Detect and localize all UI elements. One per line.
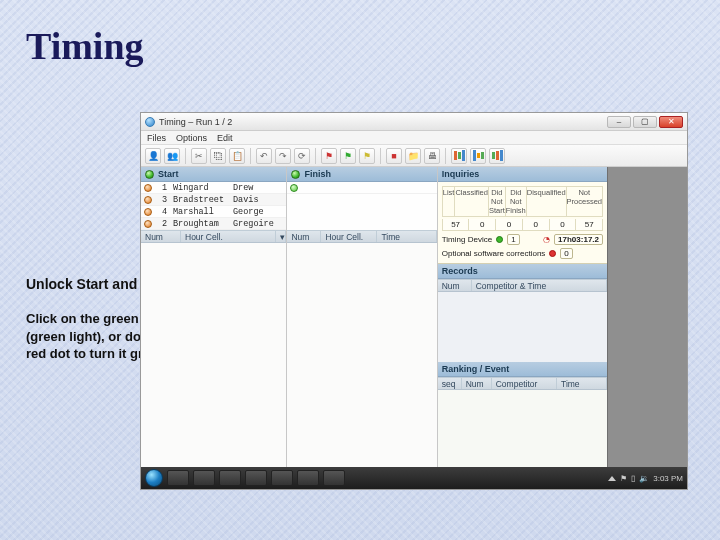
minimize-button[interactable]: – bbox=[607, 116, 631, 128]
start-row-last: Broughtam bbox=[169, 219, 229, 229]
taskbar-app-icon[interactable] bbox=[271, 470, 293, 486]
finish-list bbox=[287, 182, 436, 230]
tool-person-icon[interactable]: 👤 bbox=[145, 148, 161, 164]
ranking-col-seq[interactable]: seq bbox=[438, 378, 462, 389]
tool-chart3-icon[interactable] bbox=[489, 148, 505, 164]
tool-refresh-icon[interactable]: ⟳ bbox=[294, 148, 310, 164]
maximize-button[interactable]: ▢ bbox=[633, 116, 657, 128]
stat-value-list: 57 bbox=[442, 219, 470, 231]
tool-group-icon[interactable]: 👥 bbox=[164, 148, 180, 164]
finish-unlock-icon[interactable] bbox=[291, 170, 300, 179]
start-row[interactable]: 4 Marshall George bbox=[141, 206, 286, 218]
menu-options[interactable]: Options bbox=[176, 133, 207, 143]
ranking-col-time[interactable]: Time bbox=[557, 378, 607, 389]
ranking-col-num[interactable]: Num bbox=[462, 378, 492, 389]
start-row-last: Bradstreet bbox=[169, 195, 229, 205]
tool-stop-icon[interactable]: ■ bbox=[386, 148, 402, 164]
tray-clock[interactable]: 3:03 PM bbox=[653, 474, 683, 483]
inquiries-header: Inquiries bbox=[438, 167, 607, 182]
taskbar-app-icon[interactable] bbox=[297, 470, 319, 486]
finish-col-num[interactable]: Num bbox=[287, 231, 321, 242]
status-dot-icon[interactable] bbox=[144, 196, 152, 204]
timing-device-status-icon bbox=[496, 236, 503, 243]
start-col-num[interactable]: Num bbox=[141, 231, 181, 242]
tool-undo-icon[interactable]: ↶ bbox=[256, 148, 272, 164]
start-row[interactable]: 1 Wingard Drew bbox=[141, 182, 286, 194]
tray-network-icon[interactable]: ▯ bbox=[631, 474, 635, 483]
tray-volume-icon[interactable]: 🔉 bbox=[639, 474, 649, 483]
tool-cut-icon[interactable]: ✂ bbox=[191, 148, 207, 164]
tool-paste-icon[interactable]: 📋 bbox=[229, 148, 245, 164]
start-header: Start bbox=[141, 167, 286, 182]
windows-start-icon[interactable] bbox=[145, 469, 163, 487]
right-column: Inquiries List Classified Did Not Start … bbox=[438, 167, 687, 467]
start-unlock-icon[interactable] bbox=[145, 170, 154, 179]
tool-flag-red-icon[interactable]: ⚑ bbox=[321, 148, 337, 164]
inquiries-stats-row: 57 0 0 0 0 57 bbox=[442, 219, 603, 231]
software-corrections-count: 0 bbox=[560, 248, 572, 259]
start-row[interactable]: 3 Bradstreet Davis bbox=[141, 194, 286, 206]
finish-grid-header: Num Hour Cell. Time bbox=[287, 230, 436, 243]
current-time: 17h03:17.2 bbox=[554, 234, 603, 245]
window-title: Timing – Run 1 / 2 bbox=[159, 117, 232, 127]
status-dot-icon[interactable] bbox=[144, 220, 152, 228]
start-col-sort-icon[interactable]: ▾ bbox=[276, 231, 286, 242]
records-col-num[interactable]: Num bbox=[438, 280, 472, 291]
finish-column: Finish Num Hour Cell. Time bbox=[287, 167, 437, 467]
inquiries-panel: Inquiries List Classified Did Not Start … bbox=[438, 167, 607, 264]
ranking-header-label: Ranking / Event bbox=[442, 364, 510, 374]
menu-edit[interactable]: Edit bbox=[217, 133, 233, 143]
finish-header: Finish bbox=[287, 167, 436, 182]
tool-flag-yellow-icon[interactable]: ⚑ bbox=[359, 148, 375, 164]
tool-copy-icon[interactable]: ⿻ bbox=[210, 148, 226, 164]
tool-redo-icon[interactable]: ↷ bbox=[275, 148, 291, 164]
ranking-col-competitor[interactable]: Competitor bbox=[492, 378, 557, 389]
start-column: Start 1 Wingard Drew 3 Bradstreet Davis bbox=[141, 167, 287, 467]
taskbar-app-icon[interactable] bbox=[193, 470, 215, 486]
finish-col-hour[interactable]: Hour Cell. bbox=[321, 231, 377, 242]
ranking-panel: Ranking / Event seq Num Competitor Time bbox=[438, 362, 607, 467]
start-col-hour[interactable]: Hour Cell. bbox=[181, 231, 276, 242]
stat-value-classified: 0 bbox=[469, 219, 496, 231]
records-body bbox=[438, 292, 607, 362]
taskbar-app-icon[interactable] bbox=[245, 470, 267, 486]
stat-label-dnf: Did Not Finish bbox=[506, 186, 527, 217]
tray-flag-icon[interactable]: ⚑ bbox=[620, 474, 627, 483]
status-dot-icon[interactable] bbox=[144, 184, 152, 192]
menu-files[interactable]: Files bbox=[147, 133, 166, 143]
ranking-grid-header: seq Num Competitor Time bbox=[438, 377, 607, 390]
tool-chart2-icon[interactable] bbox=[470, 148, 486, 164]
status-dot-icon[interactable] bbox=[144, 208, 152, 216]
slide-title: Timing bbox=[26, 24, 144, 68]
start-header-label: Start bbox=[158, 169, 179, 179]
ranking-body bbox=[438, 390, 607, 467]
start-row-first: Davis bbox=[229, 195, 286, 205]
close-button[interactable]: ✕ bbox=[659, 116, 683, 128]
tray-expand-icon[interactable] bbox=[608, 476, 616, 481]
records-col-competitor-time[interactable]: Competitor & Time bbox=[472, 280, 607, 291]
software-corrections-status-icon bbox=[549, 250, 556, 257]
start-row[interactable]: 2 Broughtam Gregoire bbox=[141, 218, 286, 230]
tool-flag-green-icon[interactable]: ⚑ bbox=[340, 148, 356, 164]
system-tray[interactable]: ⚑ ▯ 🔉 3:03 PM bbox=[608, 474, 683, 483]
status-dot-icon[interactable] bbox=[290, 184, 298, 192]
tool-print-icon[interactable]: 🖶 bbox=[424, 148, 440, 164]
start-row-last: Marshall bbox=[169, 207, 229, 217]
tool-chart1-icon[interactable] bbox=[451, 148, 467, 164]
timing-device-count: 1 bbox=[507, 234, 519, 245]
clock-icon: ◔ bbox=[543, 235, 550, 244]
app-window: Timing – Run 1 / 2 – ▢ ✕ Files Options E… bbox=[140, 112, 688, 490]
stat-label-classified: Classified bbox=[455, 186, 489, 217]
finish-row-empty bbox=[287, 182, 436, 194]
timing-device-row: Timing Device 1 ◔ 17h03:17.2 bbox=[442, 234, 603, 245]
stat-value-dq: 0 bbox=[550, 219, 577, 231]
tool-folder-icon[interactable]: 📁 bbox=[405, 148, 421, 164]
taskbar-app-icon[interactable] bbox=[167, 470, 189, 486]
finish-col-time[interactable]: Time bbox=[377, 231, 436, 242]
start-row-last: Wingard bbox=[169, 183, 229, 193]
finish-grid-body bbox=[287, 243, 436, 467]
taskbar-app-icon[interactable] bbox=[219, 470, 241, 486]
inquiries-body: List Classified Did Not Start Did Not Fi… bbox=[438, 182, 607, 264]
toolbar: 👤 👥 ✂ ⿻ 📋 ↶ ↷ ⟳ ⚑ ⚑ ⚑ ■ 📁 🖶 bbox=[141, 145, 687, 167]
taskbar-app-icon[interactable] bbox=[323, 470, 345, 486]
